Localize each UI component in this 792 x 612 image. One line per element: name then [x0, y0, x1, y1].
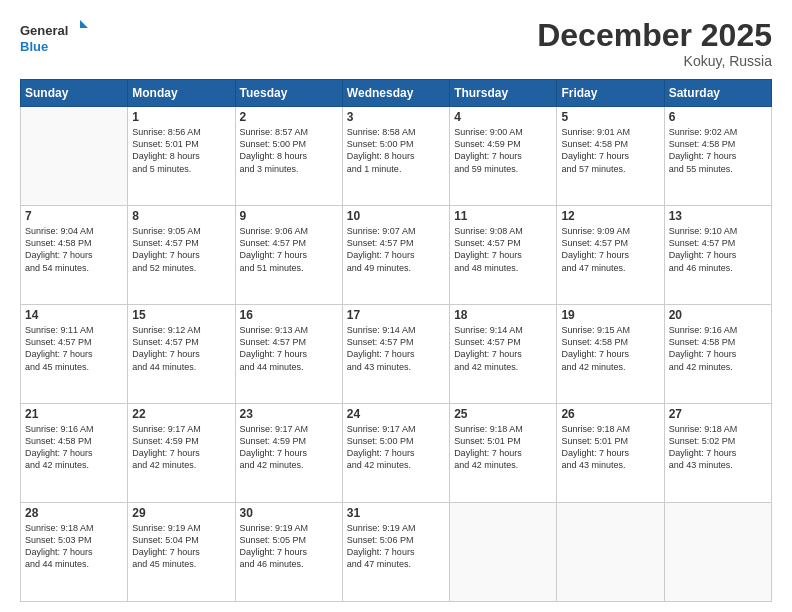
calendar-cell: 10Sunrise: 9:07 AMSunset: 4:57 PMDayligh…	[342, 206, 449, 305]
day-number: 24	[347, 407, 445, 421]
day-info: Sunrise: 8:57 AMSunset: 5:00 PMDaylight:…	[240, 126, 338, 175]
calendar-cell: 14Sunrise: 9:11 AMSunset: 4:57 PMDayligh…	[21, 305, 128, 404]
col-header-tuesday: Tuesday	[235, 80, 342, 107]
calendar-cell	[450, 503, 557, 602]
calendar-cell: 11Sunrise: 9:08 AMSunset: 4:57 PMDayligh…	[450, 206, 557, 305]
day-number: 8	[132, 209, 230, 223]
day-info: Sunrise: 9:14 AMSunset: 4:57 PMDaylight:…	[347, 324, 445, 373]
day-number: 27	[669, 407, 767, 421]
calendar-cell	[664, 503, 771, 602]
svg-text:Blue: Blue	[20, 39, 48, 54]
calendar-cell: 20Sunrise: 9:16 AMSunset: 4:58 PMDayligh…	[664, 305, 771, 404]
day-info: Sunrise: 9:16 AMSunset: 4:58 PMDaylight:…	[25, 423, 123, 472]
logo: General Blue	[20, 18, 90, 58]
day-number: 30	[240, 506, 338, 520]
calendar-cell: 9Sunrise: 9:06 AMSunset: 4:57 PMDaylight…	[235, 206, 342, 305]
day-number: 28	[25, 506, 123, 520]
day-info: Sunrise: 9:18 AMSunset: 5:01 PMDaylight:…	[454, 423, 552, 472]
col-header-wednesday: Wednesday	[342, 80, 449, 107]
day-info: Sunrise: 9:18 AMSunset: 5:01 PMDaylight:…	[561, 423, 659, 472]
day-info: Sunrise: 9:13 AMSunset: 4:57 PMDaylight:…	[240, 324, 338, 373]
day-number: 5	[561, 110, 659, 124]
calendar-cell: 28Sunrise: 9:18 AMSunset: 5:03 PMDayligh…	[21, 503, 128, 602]
day-number: 9	[240, 209, 338, 223]
title-block: December 2025 Kokuy, Russia	[537, 18, 772, 69]
day-number: 3	[347, 110, 445, 124]
day-info: Sunrise: 9:19 AMSunset: 5:06 PMDaylight:…	[347, 522, 445, 571]
calendar-cell: 25Sunrise: 9:18 AMSunset: 5:01 PMDayligh…	[450, 404, 557, 503]
week-row-3: 14Sunrise: 9:11 AMSunset: 4:57 PMDayligh…	[21, 305, 772, 404]
day-number: 25	[454, 407, 552, 421]
day-info: Sunrise: 8:58 AMSunset: 5:00 PMDaylight:…	[347, 126, 445, 175]
week-row-5: 28Sunrise: 9:18 AMSunset: 5:03 PMDayligh…	[21, 503, 772, 602]
calendar-cell: 17Sunrise: 9:14 AMSunset: 4:57 PMDayligh…	[342, 305, 449, 404]
col-header-monday: Monday	[128, 80, 235, 107]
calendar-cell: 13Sunrise: 9:10 AMSunset: 4:57 PMDayligh…	[664, 206, 771, 305]
calendar-cell: 15Sunrise: 9:12 AMSunset: 4:57 PMDayligh…	[128, 305, 235, 404]
day-number: 2	[240, 110, 338, 124]
day-info: Sunrise: 9:17 AMSunset: 5:00 PMDaylight:…	[347, 423, 445, 472]
calendar-header-row: SundayMondayTuesdayWednesdayThursdayFrid…	[21, 80, 772, 107]
day-info: Sunrise: 9:04 AMSunset: 4:58 PMDaylight:…	[25, 225, 123, 274]
calendar-cell: 7Sunrise: 9:04 AMSunset: 4:58 PMDaylight…	[21, 206, 128, 305]
day-info: Sunrise: 9:07 AMSunset: 4:57 PMDaylight:…	[347, 225, 445, 274]
day-number: 13	[669, 209, 767, 223]
calendar-cell: 16Sunrise: 9:13 AMSunset: 4:57 PMDayligh…	[235, 305, 342, 404]
col-header-thursday: Thursday	[450, 80, 557, 107]
calendar-cell: 22Sunrise: 9:17 AMSunset: 4:59 PMDayligh…	[128, 404, 235, 503]
col-header-friday: Friday	[557, 80, 664, 107]
day-number: 23	[240, 407, 338, 421]
day-number: 31	[347, 506, 445, 520]
day-info: Sunrise: 9:14 AMSunset: 4:57 PMDaylight:…	[454, 324, 552, 373]
calendar-cell: 27Sunrise: 9:18 AMSunset: 5:02 PMDayligh…	[664, 404, 771, 503]
location: Kokuy, Russia	[537, 53, 772, 69]
day-info: Sunrise: 9:16 AMSunset: 4:58 PMDaylight:…	[669, 324, 767, 373]
calendar-cell: 1Sunrise: 8:56 AMSunset: 5:01 PMDaylight…	[128, 107, 235, 206]
calendar-cell	[21, 107, 128, 206]
day-number: 4	[454, 110, 552, 124]
day-number: 20	[669, 308, 767, 322]
day-info: Sunrise: 9:11 AMSunset: 4:57 PMDaylight:…	[25, 324, 123, 373]
calendar-table: SundayMondayTuesdayWednesdayThursdayFrid…	[20, 79, 772, 602]
calendar-cell: 4Sunrise: 9:00 AMSunset: 4:59 PMDaylight…	[450, 107, 557, 206]
day-number: 17	[347, 308, 445, 322]
day-info: Sunrise: 9:18 AMSunset: 5:02 PMDaylight:…	[669, 423, 767, 472]
day-number: 29	[132, 506, 230, 520]
day-info: Sunrise: 9:06 AMSunset: 4:57 PMDaylight:…	[240, 225, 338, 274]
calendar-cell: 18Sunrise: 9:14 AMSunset: 4:57 PMDayligh…	[450, 305, 557, 404]
calendar-cell: 26Sunrise: 9:18 AMSunset: 5:01 PMDayligh…	[557, 404, 664, 503]
day-number: 19	[561, 308, 659, 322]
day-info: Sunrise: 9:10 AMSunset: 4:57 PMDaylight:…	[669, 225, 767, 274]
calendar-cell: 29Sunrise: 9:19 AMSunset: 5:04 PMDayligh…	[128, 503, 235, 602]
day-info: Sunrise: 9:01 AMSunset: 4:58 PMDaylight:…	[561, 126, 659, 175]
calendar-cell: 21Sunrise: 9:16 AMSunset: 4:58 PMDayligh…	[21, 404, 128, 503]
day-number: 7	[25, 209, 123, 223]
calendar-cell: 6Sunrise: 9:02 AMSunset: 4:58 PMDaylight…	[664, 107, 771, 206]
day-info: Sunrise: 9:00 AMSunset: 4:59 PMDaylight:…	[454, 126, 552, 175]
day-number: 6	[669, 110, 767, 124]
day-number: 1	[132, 110, 230, 124]
calendar-cell: 31Sunrise: 9:19 AMSunset: 5:06 PMDayligh…	[342, 503, 449, 602]
month-title: December 2025	[537, 18, 772, 53]
day-number: 16	[240, 308, 338, 322]
day-info: Sunrise: 9:12 AMSunset: 4:57 PMDaylight:…	[132, 324, 230, 373]
svg-marker-1	[80, 20, 88, 28]
calendar-cell: 5Sunrise: 9:01 AMSunset: 4:58 PMDaylight…	[557, 107, 664, 206]
day-info: Sunrise: 9:17 AMSunset: 4:59 PMDaylight:…	[240, 423, 338, 472]
day-info: Sunrise: 9:02 AMSunset: 4:58 PMDaylight:…	[669, 126, 767, 175]
calendar-cell: 8Sunrise: 9:05 AMSunset: 4:57 PMDaylight…	[128, 206, 235, 305]
week-row-1: 1Sunrise: 8:56 AMSunset: 5:01 PMDaylight…	[21, 107, 772, 206]
col-header-sunday: Sunday	[21, 80, 128, 107]
day-number: 21	[25, 407, 123, 421]
calendar-cell: 19Sunrise: 9:15 AMSunset: 4:58 PMDayligh…	[557, 305, 664, 404]
col-header-saturday: Saturday	[664, 80, 771, 107]
svg-text:General: General	[20, 23, 68, 38]
logo-svg: General Blue	[20, 18, 90, 58]
day-number: 10	[347, 209, 445, 223]
day-number: 22	[132, 407, 230, 421]
day-number: 15	[132, 308, 230, 322]
calendar-cell: 24Sunrise: 9:17 AMSunset: 5:00 PMDayligh…	[342, 404, 449, 503]
day-number: 18	[454, 308, 552, 322]
calendar-cell: 12Sunrise: 9:09 AMSunset: 4:57 PMDayligh…	[557, 206, 664, 305]
day-info: Sunrise: 9:19 AMSunset: 5:04 PMDaylight:…	[132, 522, 230, 571]
